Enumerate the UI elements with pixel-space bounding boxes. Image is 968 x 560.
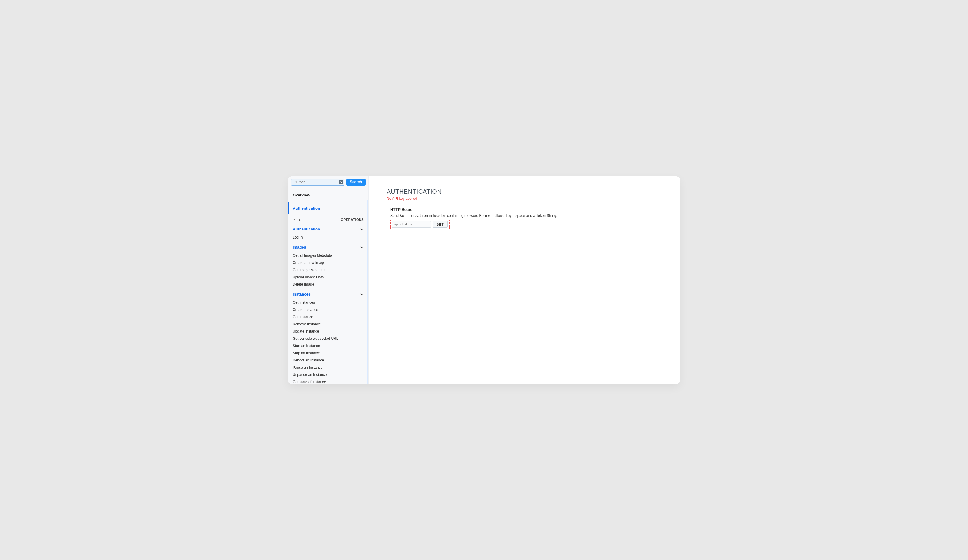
bearer-title: HTTP Bearer — [390, 207, 662, 212]
section-instances[interactable]: Instances — [288, 290, 368, 299]
nav-get-instances[interactable]: Get Instances — [288, 299, 368, 306]
collapse-all-icon[interactable]: ▲ — [298, 218, 301, 221]
http-bearer-block: HTTP Bearer Send Authorization in header… — [387, 207, 662, 229]
section-images[interactable]: Images — [288, 243, 368, 252]
section-title: Images — [293, 245, 306, 249]
nav-get-image-metadata[interactable]: Get Image Metadata — [288, 266, 368, 273]
app-window: Search Overview Authentication ▼ ▲ OPERA… — [288, 176, 680, 384]
nav-create-instance[interactable]: Create Instance — [288, 306, 368, 313]
operations-label: OPERATIONS — [341, 218, 364, 221]
desc-text: in — [428, 214, 433, 218]
nav-get-console-websocket-url[interactable]: Get console websocket URL — [288, 335, 368, 342]
search-row: Search — [288, 176, 368, 188]
no-api-key-warning: No API key applied — [387, 196, 662, 200]
code-header: header — [433, 214, 446, 219]
nav-delete-image[interactable]: Delete Image — [288, 281, 368, 288]
chevron-down-icon — [360, 245, 364, 249]
search-button[interactable]: Search — [346, 179, 366, 186]
nav-upload-image-data[interactable]: Upload Image Data — [288, 273, 368, 281]
set-token-button[interactable]: SET — [433, 221, 448, 228]
code-bearer: Bearer — [479, 214, 492, 219]
bearer-description: Send Authorization in header containing … — [390, 214, 662, 218]
nav-create-new-image[interactable]: Create a new Image — [288, 259, 368, 266]
filter-input-wrap — [291, 179, 345, 186]
nav-get-state-instance[interactable]: Get state of Instance — [288, 378, 368, 384]
chevron-down-icon — [360, 227, 364, 231]
nav-remove-instance[interactable]: Remove Instance — [288, 320, 368, 328]
nav-reboot-instance[interactable]: Reboot an Instance — [288, 357, 368, 364]
token-input-highlight: SET — [390, 220, 450, 229]
main-content: AUTHENTICATION No API key applied HTTP B… — [369, 176, 680, 384]
nav-stop-instance[interactable]: Stop an Instance — [288, 350, 368, 357]
scroll-position-indicator — [367, 200, 368, 384]
filter-dropdown-icon[interactable] — [339, 180, 343, 184]
code-authorization: Authorization — [399, 214, 428, 219]
nav-overview[interactable]: Overview — [288, 188, 368, 202]
section-authentication[interactable]: Authentication — [288, 225, 368, 234]
nav-unpause-instance[interactable]: Unpause an Instance — [288, 371, 368, 378]
page-title: AUTHENTICATION — [387, 188, 662, 195]
operations-header: ▼ ▲ OPERATIONS — [288, 214, 368, 225]
expand-all-icon[interactable]: ▼ — [293, 218, 296, 221]
nav-authentication-active[interactable]: Authentication — [288, 202, 368, 214]
desc-text: containing the word — [446, 214, 479, 218]
nav-get-all-images-metadata[interactable]: Get all Images Metadata — [288, 252, 368, 259]
section-title: Instances — [293, 292, 311, 297]
nav-start-instance[interactable]: Start an Instance — [288, 342, 368, 350]
sidebar-nav: Overview Authentication ▼ ▲ OPERATIONS A… — [288, 188, 368, 384]
nav-get-instance[interactable]: Get Instance — [288, 313, 368, 320]
desc-text: followed by a space and a Token String. — [492, 214, 557, 218]
collapse-arrows: ▼ ▲ — [293, 218, 302, 221]
chevron-down-icon — [360, 293, 364, 296]
nav-update-instance[interactable]: Update Instance — [288, 328, 368, 335]
section-title: Authentication — [293, 227, 320, 231]
nav-pause-instance[interactable]: Pause an Instance — [288, 364, 368, 371]
nav-log-in[interactable]: Log In — [288, 234, 368, 241]
desc-text: Send — [390, 214, 399, 218]
filter-input[interactable] — [291, 179, 345, 186]
sidebar: Search Overview Authentication ▼ ▲ OPERA… — [288, 176, 369, 384]
api-token-input[interactable] — [392, 221, 431, 228]
